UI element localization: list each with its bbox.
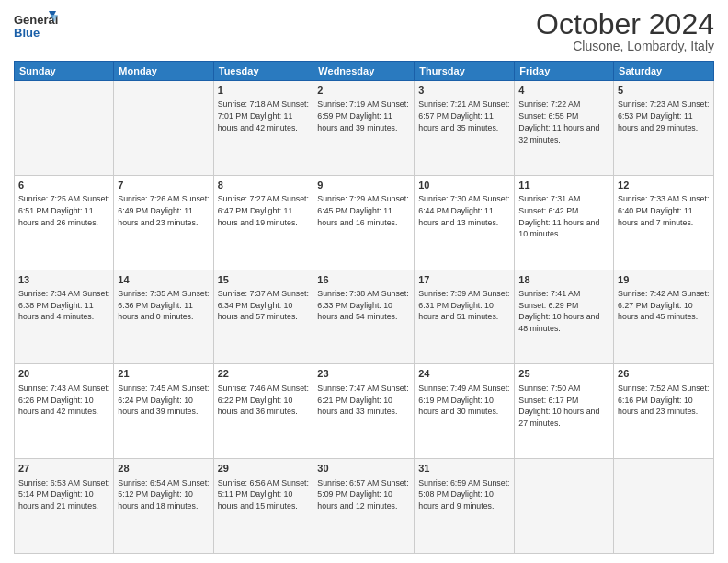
header-sunday: Sunday — [15, 62, 114, 81]
day-info: Sunrise: 7:29 AM Sunset: 6:45 PM Dayligh… — [317, 193, 410, 228]
cell-week4-day6: 25Sunrise: 7:50 AM Sunset: 6:17 PM Dayli… — [515, 364, 614, 459]
day-info: Sunrise: 7:49 AM Sunset: 6:19 PM Dayligh… — [418, 383, 510, 418]
cell-week5-day3: 29Sunrise: 6:56 AM Sunset: 5:11 PM Dayli… — [213, 459, 313, 554]
day-info: Sunrise: 7:47 AM Sunset: 6:21 PM Dayligh… — [317, 383, 410, 418]
day-info: Sunrise: 7:41 AM Sunset: 6:29 PM Dayligh… — [518, 288, 609, 335]
header-tuesday: Tuesday — [213, 62, 313, 81]
cell-week3-day4: 16Sunrise: 7:38 AM Sunset: 6:33 PM Dayli… — [313, 270, 415, 364]
day-number: 1 — [218, 84, 310, 98]
day-info: Sunrise: 7:52 AM Sunset: 6:16 PM Dayligh… — [618, 383, 710, 418]
header-saturday: Saturday — [614, 62, 714, 81]
cell-week3-day7: 19Sunrise: 7:42 AM Sunset: 6:27 PM Dayli… — [614, 270, 714, 364]
cell-week3-day5: 17Sunrise: 7:39 AM Sunset: 6:31 PM Dayli… — [415, 270, 515, 364]
day-info: Sunrise: 7:19 AM Sunset: 6:59 PM Dayligh… — [317, 98, 410, 133]
day-number: 22 — [218, 367, 310, 381]
location-subtitle: Clusone, Lombardy, Italy — [536, 39, 714, 53]
cell-week1-day4: 2Sunrise: 7:19 AM Sunset: 6:59 PM Daylig… — [313, 81, 415, 176]
day-info: Sunrise: 7:37 AM Sunset: 6:34 PM Dayligh… — [218, 288, 310, 323]
cell-week2-day4: 9Sunrise: 7:29 AM Sunset: 6:45 PM Daylig… — [313, 175, 415, 270]
day-number: 27 — [18, 462, 109, 476]
cell-week1-day3: 1Sunrise: 7:18 AM Sunset: 7:01 PM Daylig… — [213, 81, 313, 176]
day-info: Sunrise: 7:38 AM Sunset: 6:33 PM Dayligh… — [317, 288, 410, 323]
header-monday: Monday — [114, 62, 213, 81]
day-info: Sunrise: 7:27 AM Sunset: 6:47 PM Dayligh… — [218, 193, 310, 228]
header-wednesday: Wednesday — [313, 62, 415, 81]
day-info: Sunrise: 7:43 AM Sunset: 6:26 PM Dayligh… — [18, 383, 109, 418]
day-number: 8 — [218, 178, 310, 192]
cell-week2-day2: 7Sunrise: 7:26 AM Sunset: 6:49 PM Daylig… — [114, 175, 213, 270]
cell-week4-day1: 20Sunrise: 7:43 AM Sunset: 6:26 PM Dayli… — [15, 364, 114, 459]
calendar-table: SundayMondayTuesdayWednesdayThursdayFrid… — [14, 61, 714, 554]
day-number: 19 — [618, 273, 710, 287]
day-info: Sunrise: 7:46 AM Sunset: 6:22 PM Dayligh… — [218, 383, 310, 418]
day-number: 24 — [418, 367, 510, 381]
cell-week3-day1: 13Sunrise: 7:34 AM Sunset: 6:38 PM Dayli… — [15, 270, 114, 364]
day-number: 6 — [18, 178, 109, 192]
day-number: 13 — [18, 273, 109, 287]
day-number: 12 — [618, 178, 710, 192]
day-number: 25 — [518, 367, 609, 381]
cell-week1-day2 — [114, 81, 213, 176]
day-number: 26 — [618, 367, 710, 381]
day-number: 17 — [418, 273, 510, 287]
cell-week3-day6: 18Sunrise: 7:41 AM Sunset: 6:29 PM Dayli… — [515, 270, 614, 364]
day-info: Sunrise: 7:45 AM Sunset: 6:24 PM Dayligh… — [118, 383, 209, 418]
cell-week2-day7: 12Sunrise: 7:33 AM Sunset: 6:40 PM Dayli… — [614, 175, 714, 270]
day-info: Sunrise: 7:50 AM Sunset: 6:17 PM Dayligh… — [518, 383, 609, 430]
day-number: 10 — [418, 178, 510, 192]
cell-week5-day6 — [515, 459, 614, 554]
cell-week1-day6: 4Sunrise: 7:22 AM Sunset: 6:55 PM Daylig… — [515, 81, 614, 176]
cell-week1-day1 — [15, 81, 114, 176]
cell-week4-day7: 26Sunrise: 7:52 AM Sunset: 6:16 PM Dayli… — [614, 364, 714, 459]
logo-svg: General Blue — [14, 9, 60, 48]
day-number: 30 — [317, 462, 410, 476]
day-number: 23 — [317, 367, 410, 381]
day-info: Sunrise: 7:22 AM Sunset: 6:55 PM Dayligh… — [518, 98, 609, 145]
header-thursday: Thursday — [415, 62, 515, 81]
cell-week5-day4: 30Sunrise: 6:57 AM Sunset: 5:09 PM Dayli… — [313, 459, 415, 554]
day-number: 29 — [218, 462, 310, 476]
day-info: Sunrise: 7:23 AM Sunset: 6:53 PM Dayligh… — [618, 98, 710, 133]
day-info: Sunrise: 7:39 AM Sunset: 6:31 PM Dayligh… — [418, 288, 510, 323]
cell-week4-day3: 22Sunrise: 7:46 AM Sunset: 6:22 PM Dayli… — [213, 364, 313, 459]
day-info: Sunrise: 6:57 AM Sunset: 5:09 PM Dayligh… — [317, 477, 410, 512]
day-number: 28 — [118, 462, 209, 476]
cell-week5-day5: 31Sunrise: 6:59 AM Sunset: 5:08 PM Dayli… — [415, 459, 515, 554]
day-info: Sunrise: 7:21 AM Sunset: 6:57 PM Dayligh… — [418, 98, 510, 133]
day-number: 5 — [618, 84, 710, 98]
day-info: Sunrise: 6:54 AM Sunset: 5:12 PM Dayligh… — [118, 477, 209, 512]
cell-week4-day4: 23Sunrise: 7:47 AM Sunset: 6:21 PM Dayli… — [313, 364, 415, 459]
day-number: 31 — [418, 462, 510, 476]
cell-week5-day7 — [614, 459, 714, 554]
cell-week4-day5: 24Sunrise: 7:49 AM Sunset: 6:19 PM Dayli… — [415, 364, 515, 459]
day-info: Sunrise: 7:34 AM Sunset: 6:38 PM Dayligh… — [18, 288, 109, 323]
header-friday: Friday — [515, 62, 614, 81]
day-number: 9 — [317, 178, 410, 192]
day-info: Sunrise: 7:33 AM Sunset: 6:40 PM Dayligh… — [618, 193, 710, 228]
cell-week2-day3: 8Sunrise: 7:27 AM Sunset: 6:47 PM Daylig… — [213, 175, 313, 270]
svg-text:Blue: Blue — [14, 26, 40, 40]
day-info: Sunrise: 6:53 AM Sunset: 5:14 PM Dayligh… — [18, 477, 109, 512]
day-number: 16 — [317, 273, 410, 287]
day-info: Sunrise: 7:25 AM Sunset: 6:51 PM Dayligh… — [18, 193, 109, 228]
day-info: Sunrise: 7:31 AM Sunset: 6:42 PM Dayligh… — [518, 193, 609, 240]
day-number: 7 — [118, 178, 209, 192]
day-number: 3 — [418, 84, 510, 98]
cell-week1-day5: 3Sunrise: 7:21 AM Sunset: 6:57 PM Daylig… — [415, 81, 515, 176]
day-number: 18 — [518, 273, 609, 287]
day-info: Sunrise: 6:59 AM Sunset: 5:08 PM Dayligh… — [418, 477, 510, 512]
day-info: Sunrise: 7:35 AM Sunset: 6:36 PM Dayligh… — [118, 288, 209, 323]
day-info: Sunrise: 7:18 AM Sunset: 7:01 PM Dayligh… — [218, 98, 310, 133]
cell-week5-day1: 27Sunrise: 6:53 AM Sunset: 5:14 PM Dayli… — [15, 459, 114, 554]
day-number: 4 — [518, 84, 609, 98]
day-number: 21 — [118, 367, 209, 381]
title-area: October 2024 Clusone, Lombardy, Italy — [536, 9, 714, 53]
day-number: 14 — [118, 273, 209, 287]
logo: General Blue — [14, 9, 60, 48]
cell-week5-day2: 28Sunrise: 6:54 AM Sunset: 5:12 PM Dayli… — [114, 459, 213, 554]
cell-week2-day1: 6Sunrise: 7:25 AM Sunset: 6:51 PM Daylig… — [15, 175, 114, 270]
day-number: 20 — [18, 367, 109, 381]
day-info: Sunrise: 6:56 AM Sunset: 5:11 PM Dayligh… — [218, 477, 310, 512]
cell-week3-day2: 14Sunrise: 7:35 AM Sunset: 6:36 PM Dayli… — [114, 270, 213, 364]
cell-week3-day3: 15Sunrise: 7:37 AM Sunset: 6:34 PM Dayli… — [213, 270, 313, 364]
